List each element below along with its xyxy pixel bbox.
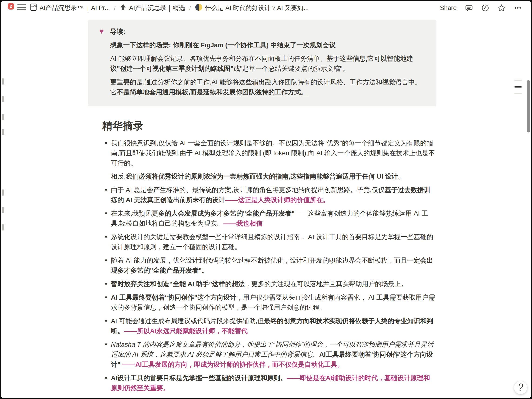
text-segment: 在未来,我预见: [111, 210, 152, 217]
list-item: 随着 AI 能力的发展，优化设计到代码的转化过程不断被优化，设计和开发的职能边界…: [101, 255, 436, 275]
list-item-paragraph: AI 可能会通过生成布局建议或代码片段来提供辅助,但最终的创意方向和技术实现仍将…: [111, 316, 436, 336]
text-segment: AI 工具最终要朝着“协同创作”这个方向设计: [111, 294, 236, 301]
help-icon: [517, 383, 525, 392]
sidebar-menu-button[interactable]: 2: [8, 3, 26, 13]
page-content: ♥ 导读:想象一下这样的场景: 你刚刚在 FigJam (一个协作工具) 中结束…: [1, 14, 531, 393]
list-item: 在未来,我预见更多的人会发展成为多才多艺的"全能产品开发者"——这些富有创造力的…: [101, 208, 436, 228]
section-heading: 精华摘录: [102, 119, 531, 132]
list-item: 系统化设计的关键是需要教会模型一些非常详细且精炼的设计指南， AI 设计工具的首…: [101, 232, 436, 252]
topbar-actions: Share: [440, 4, 522, 12]
list-item-paragraph: 由于 AI 总是会产生标准的、最传统的方案,设计师的角色将更多地转向提出创新思路…: [111, 185, 436, 205]
hamburger-menu-icon: [17, 4, 26, 11]
up-arrow-icon: [120, 4, 127, 13]
callout-block: ♥ 导读:想象一下这样的场景: 你刚刚在 FigJam (一个协作工具) 中结束…: [88, 20, 437, 106]
list-item-paragraph: 在未来,我预见更多的人会发展成为多才多艺的"全能产品开发者"——这些富有创造力的…: [111, 208, 436, 228]
more-options-icon[interactable]: [514, 4, 522, 12]
book-icon: AI产品: [30, 3, 37, 13]
text-segment: ——所以AI永远只能赋能设计师，不能替代: [124, 327, 248, 334]
breadcrumb-label: AI产品沉思录™ ｜AI Pr...: [39, 4, 110, 12]
breadcrumb-item-workspace[interactable]: AI产品 AI产品沉思录™ ｜AI Pr...: [30, 3, 110, 13]
text-segment: 导读:: [110, 28, 125, 35]
breadcrumb-separator: /: [188, 5, 192, 11]
text-segment: 系统化设计的关键是需要教会模型一些非常详细且精炼的设计指南， AI 设计工具的首…: [111, 233, 433, 250]
topbar-left: 2 AI产品 AI产品沉思录™ ｜AI Pr... /: [8, 3, 309, 13]
list-item: 我们很快意识到,仅仅给 AI 一套全面的设计规则是不够的。不仅因为无法将"优秀"…: [101, 138, 436, 181]
callout-paragraph: 更重要的是,通过分析你之前的工作,AI 能够将这些输出融入你团队特有的设计风格、…: [110, 77, 425, 97]
list-item-paragraph: AI设计工具的首要目标是先掌握一些基础的设计原理和原则。——即使是在AI辅助设计…: [111, 373, 436, 393]
comments-icon[interactable]: [465, 4, 473, 12]
text-segment: 或"起草一个总结关键要点的演示文稿"。: [234, 65, 349, 72]
list-item-paragraph: AI 工具最终要朝着“协同创作”这个方向设计，用户很少需要从头直接生成所有内容需…: [111, 292, 436, 312]
list-item-paragraph: 暂时放弃关注和创造“全能 AI 助手”这样的想法，更多的关注现在可以落地并且真实…: [111, 279, 436, 289]
text-segment: 想象一下这样的场景: 你刚刚在 FigJam (一个协作工具) 中结束了一次规划…: [110, 41, 336, 49]
text-segment: 必须将优秀设计的原则浓缩为一套精炼而强大的指南,这些指南能够普遍适用于任何 UI…: [139, 173, 405, 180]
text-segment: AI 可能会通过生成布局建议或代码片段来提供辅助,但: [111, 317, 264, 325]
help-button[interactable]: [514, 381, 527, 394]
text-segment: 我们很快意识到,仅仅给 AI 一套全面的设计规则是不够的。不仅因为无法将"优秀"…: [111, 139, 435, 167]
list-item: AI 工具最终要朝着“协同创作”这个方向设计，用户很少需要从头直接生成所有内容需…: [101, 292, 436, 312]
callout-paragraph: 导读:: [110, 26, 425, 37]
share-button[interactable]: Share: [440, 4, 457, 12]
star-icon[interactable]: [498, 4, 506, 12]
list-item: AI 可能会通过生成布局建议或代码片段来提供辅助,但最终的创意方向和技术实现仍将…: [101, 316, 436, 336]
list-item-paragraph: Natasha T 的内容是这篇文章最有价值的部分，他提出了“协同创作”的理念，…: [111, 340, 436, 369]
notion-window: 2 AI产品 AI产品沉思录™ ｜AI Pr... /: [0, 0, 532, 399]
breadcrumb-item-collection[interactable]: AI产品沉思录｜精选: [120, 4, 185, 13]
text-segment: 暂时放弃关注和创造“全能 AI 助手”这样的想法: [111, 280, 245, 288]
moon-icon: [195, 4, 203, 13]
text-segment: ——这正是人类设计师的价值所在。: [225, 196, 329, 203]
text-segment: ——我也相信: [223, 220, 262, 227]
list-item: 暂时放弃关注和创造“全能 AI 助手”这样的想法，更多的关注现在可以落地并且真实…: [101, 279, 436, 289]
notification-badge: 2: [8, 3, 14, 10]
breadcrumb-label: AI产品沉思录｜精选: [129, 4, 185, 12]
list-item: 由于 AI 总是会产生标准的、最传统的方案,设计师的角色将更多地转向提出创新思路…: [101, 185, 436, 205]
text-segment: 不是简单地套用通用模板,而是延续和发展你团队独特的工作方式。: [117, 88, 307, 96]
list-item-paragraph: 相反,我们必须将优秀设计的原则浓缩为一套精炼而强大的指南,这些指南能够普遍适用于…: [111, 171, 436, 181]
text-segment: ——AI工具发展的方向，即成为设计师的协作伙伴，而不仅仅是自动化工具。: [122, 361, 344, 368]
callout-text: 导读:想象一下这样的场景: 你刚刚在 FigJam (一个协作工具) 中结束了一…: [110, 26, 425, 97]
topbar: 2 AI产品 AI产品沉思录™ ｜AI Pr... /: [1, 1, 531, 14]
toc-indicator[interactable]: [514, 80, 522, 94]
text-segment: 相反,我们: [111, 173, 139, 180]
vertical-scrollbar[interactable]: [527, 80, 530, 132]
breadcrumb: AI产品 AI产品沉思录™ ｜AI Pr... / AI产品沉思录｜精选 /: [30, 3, 309, 13]
breadcrumb-item-page[interactable]: 什么是 AI 时代的好设计？AI 又要如...: [195, 4, 309, 13]
list-item: AI设计工具的首要目标是先掌握一些基础的设计原理和原则。——即使是在AI辅助设计…: [101, 373, 436, 393]
text-segment: AI 能够立即理解会议记录、各项优先事务和分布在不同面板上的任务清单。: [110, 55, 326, 62]
history-icon[interactable]: [481, 4, 489, 12]
text-segment: ，更多的关注现在可以落地并且真实帮助用户的场景上。: [245, 280, 408, 288]
list-item-paragraph: 随着 AI 能力的发展，优化设计到代码的转化过程不断被优化，设计和开发的职能边界…: [111, 255, 436, 275]
svg-text:AI产品: AI产品: [32, 5, 37, 7]
text-segment: 由于 AI 总是会产生标准的、最传统的方案,设计师的角色将更多地转向提出创新思路…: [111, 186, 385, 193]
text-segment: 更多的人会发展成为多才多艺的"全能产品开发者": [152, 210, 295, 217]
list-item-paragraph: 系统化设计的关键是需要教会模型一些非常详细且精炼的设计指南， AI 设计工具的首…: [111, 232, 436, 252]
heart-icon: ♥: [99, 26, 107, 97]
bullet-list: 我们很快意识到,仅仅给 AI 一套全面的设计规则是不够的。不仅因为无法将"优秀"…: [101, 138, 436, 393]
list-item: Natasha T 的内容是这篇文章最有价值的部分，他提出了“协同创作”的理念，…: [101, 340, 436, 369]
text-segment: AI设计工具的首要目标是先掌握一些基础的设计原理和原则。: [111, 374, 287, 381]
callout-paragraph: AI 能够立即理解会议记录、各项优先事务和分布在不同面板上的任务清单。基于这些信…: [110, 53, 425, 73]
breadcrumb-separator: /: [113, 5, 116, 11]
list-item-paragraph: 我们很快意识到,仅仅给 AI 一套全面的设计规则是不够的。不仅因为无法将"优秀"…: [111, 138, 436, 168]
callout-paragraph: 想象一下这样的场景: 你刚刚在 FigJam (一个协作工具) 中结束了一次规划…: [110, 40, 425, 50]
text-segment: 随着 AI 能力的发展，优化设计到代码的转化过程不断被优化，设计和开发的职能边界…: [111, 257, 407, 264]
breadcrumb-label: 什么是 AI 时代的好设计？AI 又要如...: [205, 4, 309, 12]
